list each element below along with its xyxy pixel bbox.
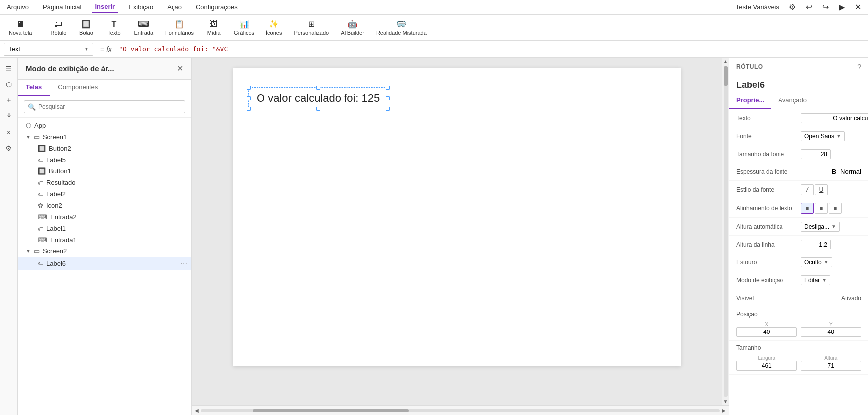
posicao-y-input[interactable] [801, 327, 862, 337]
formularios-label: Formulários [165, 30, 194, 36]
sidebar-tab-telas[interactable]: Telas [18, 80, 50, 96]
entrada-label: Entrada [134, 30, 153, 36]
tree-item-entrada1[interactable]: ⌨ Entrada1 [18, 234, 191, 246]
menu-icon-2[interactable]: ↩ [803, 0, 815, 14]
menu-inserir[interactable]: Inserir [92, 1, 118, 13]
ribbon-entrada[interactable]: ⌨ Entrada [129, 17, 158, 38]
prop-input-tamanho-fonte[interactable] [801, 149, 831, 159]
graficos-icon: 📊 [239, 19, 249, 29]
resize-handle-tl[interactable] [247, 86, 251, 90]
tree-item-button1[interactable]: 🔲 Button1 [18, 166, 191, 177]
tree-item-screen1[interactable]: ▼ ▭ Screen1 [18, 131, 191, 143]
tree-item-label5[interactable]: 🏷 Label5 [18, 154, 191, 166]
canvas-selected-label[interactable]: O valor calculado foi: 125 [248, 87, 388, 109]
prop-select-estouro[interactable]: Oculto ▼ [801, 257, 832, 267]
posicao-x-label: X [736, 322, 797, 327]
italic-btn[interactable]: / [801, 184, 814, 195]
posicao-x-input[interactable] [736, 327, 797, 337]
nova-tela-icon: 🖥 [16, 20, 24, 29]
v-scroll-up[interactable]: ▲ [722, 58, 729, 65]
resize-handle-tr[interactable] [386, 86, 390, 90]
tree-item-app[interactable]: ⬡ App [18, 120, 191, 131]
ribbon-rotulo[interactable]: 🏷 Rótulo [45, 18, 71, 38]
align-right-btn[interactable]: ≡ [829, 203, 842, 214]
sidebar-tab-componentes[interactable]: Componentes [50, 80, 106, 96]
prop-row-estouro: Estouro Oculto ▼ [729, 253, 868, 271]
menu-exibicao[interactable]: Exibição [126, 1, 156, 13]
sidebar-close-btn[interactable]: ✕ [177, 64, 183, 73]
prop-row-alinhamento: Alinhamento de texto ≡ ≡ ≡ [729, 199, 868, 218]
vertical-scrollbar[interactable]: ▲ ▼ [722, 58, 729, 405]
ribbon-graficos[interactable]: 📊 Gráficos [229, 17, 259, 38]
texto-label: Texto [107, 30, 120, 36]
sidebar-icon-data[interactable]: 🗄 [2, 109, 16, 123]
sidebar-icon-menu[interactable]: ☰ [2, 62, 16, 76]
tree-item-label1[interactable]: 🏷 Label1 [18, 223, 191, 234]
align-left-btn[interactable]: ≡ [801, 203, 814, 214]
menu-close-btn[interactable]: ✕ [852, 0, 864, 14]
resize-handle-br[interactable] [386, 107, 390, 111]
ribbon-midia[interactable]: 🖼 Mídia [201, 18, 227, 38]
tree-item-resultado[interactable]: 🏷 Resultado [18, 177, 191, 188]
tree-item-label2[interactable]: 🏷 Label2 [18, 188, 191, 200]
align-center-btn[interactable]: ≡ [815, 203, 828, 214]
tamanho-h-group: Altura [801, 355, 862, 371]
tree-item-icon2[interactable]: ✿ Icon2 [18, 200, 191, 211]
icon2-icon: ✿ [38, 202, 43, 209]
menu-arquivo[interactable]: Arquivo [4, 1, 32, 13]
resize-handle-bl[interactable] [247, 107, 251, 111]
sidebar-icon-settings[interactable]: ⚙ [2, 141, 16, 155]
prop-input-altura-linha[interactable] [801, 240, 831, 249]
resize-handle-ml[interactable] [247, 96, 251, 100]
prop-select-fonte[interactable]: Open Sans ▼ [801, 131, 845, 141]
menu-pagina-inicial[interactable]: Página Inicial [40, 1, 84, 13]
underline-btn[interactable]: U [815, 184, 828, 195]
sidebar-icon-variables[interactable]: x [2, 125, 16, 139]
prop-row-modo: Modo de exibição Editar ▼ [729, 271, 868, 289]
inner-main: Modo de exibição de ár... ✕ Telas Compon… [18, 58, 868, 415]
sidebar-icon-insert[interactable]: ＋ [2, 93, 16, 107]
ribbon-texto[interactable]: T Texto [101, 18, 127, 38]
menu-play-btn[interactable]: ▶ [836, 0, 848, 14]
resize-handle-bm[interactable] [316, 107, 320, 111]
search-input[interactable] [24, 100, 185, 113]
menu-icon-3[interactable]: ↪ [819, 0, 832, 14]
tree-item-label6[interactable]: 🏷 Label6 ··· [18, 257, 191, 270]
prop-row-espessura: Espessura da fonte B Normal [729, 163, 868, 181]
tamanho-w-input[interactable] [736, 361, 797, 371]
ribbon-formularios[interactable]: 📋 Formulários [160, 17, 199, 38]
prop-row-estilo: Estilo da fonte / U [729, 181, 868, 199]
tab-propriedades[interactable]: Proprie... [729, 92, 771, 109]
resultado-icon: 🏷 [38, 180, 43, 186]
formula-content[interactable]: "O valor calculado foi: "&VC [119, 45, 864, 53]
prop-select-altura-auto[interactable]: Desliga... ▼ [801, 222, 840, 232]
v-scroll-down[interactable]: ▼ [722, 398, 729, 405]
tree-label-screen1: Screen1 [43, 133, 67, 141]
ribbon-realidade[interactable]: 🥽 Realidade Misturada [371, 17, 432, 38]
ribbon-icones[interactable]: ✨ Ícones [261, 17, 287, 38]
ribbon-ai-builder[interactable]: 🤖 AI Builder [336, 17, 369, 38]
estouro-arrow: ▼ [824, 259, 829, 265]
tamanho-h-input[interactable] [801, 361, 862, 371]
menu-icon-1[interactable]: ⚙ [786, 0, 799, 14]
ribbon-personalizado[interactable]: ⊞ Personalizado [289, 17, 334, 38]
formula-selector[interactable]: Text ▼ [4, 43, 93, 56]
tree-dots-label6[interactable]: ··· [181, 259, 187, 268]
sidebar-icon-layers[interactable]: ⬡ [2, 78, 16, 91]
prop-input-texto[interactable] [801, 113, 868, 123]
h-scroll-left[interactable]: ◀ [195, 408, 199, 413]
tab-avancado[interactable]: Avançado [771, 92, 814, 109]
help-icon[interactable]: ? [857, 63, 861, 71]
prop-select-modo[interactable]: Editar ▼ [801, 275, 830, 285]
tree-item-button2[interactable]: 🔲 Button2 [18, 143, 191, 154]
ribbon-nova-tela[interactable]: 🖥 Nova tela [4, 18, 37, 38]
personalizado-icon: ⊞ [308, 19, 315, 29]
tree-item-screen2[interactable]: ▼ ▭ Screen2 [18, 246, 191, 257]
ribbon-botao[interactable]: 🔲 Botão [73, 17, 99, 38]
resize-handle-mr[interactable] [386, 96, 390, 100]
tree-item-entrada2[interactable]: ⌨ Entrada2 [18, 211, 191, 223]
h-scroll-right[interactable]: ▶ [722, 408, 726, 413]
menu-configuracoes[interactable]: Configurações [193, 1, 241, 13]
menu-acao[interactable]: Ação [164, 1, 185, 13]
resize-handle-tm[interactable] [316, 86, 320, 90]
